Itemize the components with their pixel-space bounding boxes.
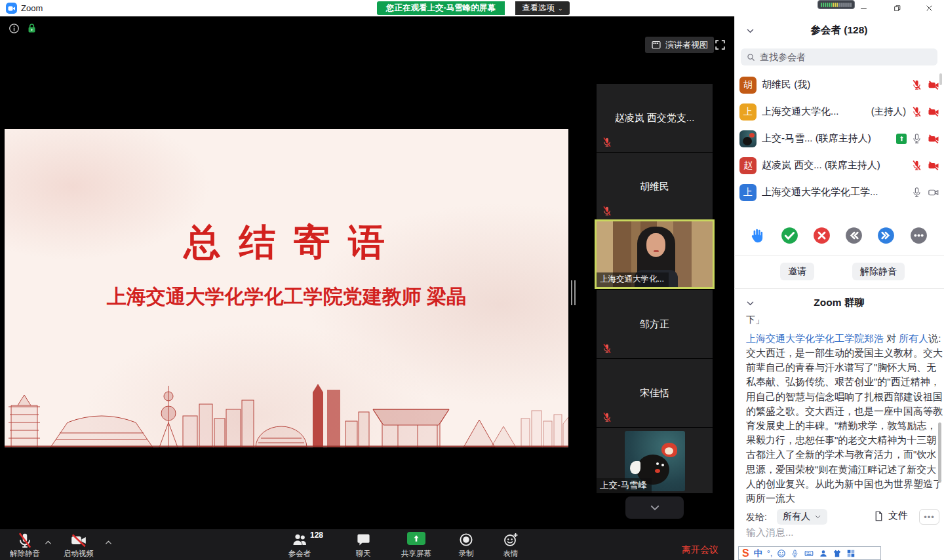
muted-mic-icon[interactable] [911,106,922,117]
video-off-icon[interactable] [927,160,940,172]
file-icon [873,510,884,522]
avatar: 胡 [739,77,757,94]
participant-row[interactable]: 胡 胡维民 (我) [739,71,940,98]
mic-icon[interactable] [911,187,922,198]
speaker-view-button[interactable]: 演讲者视图 [645,37,714,53]
ime-profile-icon[interactable] [819,549,828,558]
chat-message-header: 上海交通大学化学化工学院郑浩 对 所有人说: [746,331,941,346]
participant-name: 宋佳恬 [597,359,713,427]
ime-lang-toggle[interactable]: 中 [754,548,762,559]
fullscreen-icon[interactable] [714,39,726,51]
chat-recipient-link[interactable]: 所有人 [899,333,928,344]
start-video-button[interactable]: 启动视频 [51,529,106,560]
thumbnail-scroll-down-button[interactable] [625,496,684,519]
muted-mic-icon [602,137,612,147]
muted-mic-icon [16,532,33,549]
chat-more-button[interactable]: ••• [919,509,939,525]
video-tile[interactable]: 赵凌岚 西交党支... [597,84,713,152]
go-slower-icon[interactable] [845,227,863,244]
video-off-icon[interactable] [927,106,940,118]
participant-name: 上交-马雪峰 [597,478,652,493]
sogou-logo-icon[interactable]: S [742,548,749,559]
meeting-info-icon[interactable] [9,23,20,34]
ime-toolbox-icon[interactable] [846,549,856,558]
ime-punctuation-toggle[interactable]: °, [767,548,773,558]
video-tile[interactable]: 胡维民 [597,153,713,221]
participant-name: 赵凌岚 西交党支... [597,84,713,152]
raise-hand-icon[interactable] [749,227,766,245]
participant-row[interactable]: 上 上海交通大学化... (主持人) [739,98,940,125]
leave-meeting-button[interactable]: 离开会议 [682,544,718,556]
participants-panel-title: 参会者 (128) [734,24,944,37]
muted-mic-icon [602,206,612,216]
participants-button[interactable]: 128 参会者 [272,529,327,560]
video-on-icon[interactable] [927,187,940,198]
participant-row[interactable]: 上交-马雪... (联席主持人) [739,125,940,152]
avatar: 上 [739,184,757,201]
encryption-lock-icon[interactable] [26,22,37,34]
presentation-slide: 总 结 寄 语 上海交通大学化学化工学院党建教师 梁晶 [5,129,568,447]
participant-name: 邹方正 [597,290,713,358]
share-screen-icon [407,532,425,545]
chat-sender-link[interactable]: 上海交通大学化学化工学院郑浩 [746,333,884,344]
avatar: 上 [739,103,757,121]
no-cross-icon[interactable] [813,227,831,244]
video-options-chevron[interactable] [104,538,113,547]
sogou-ime-bar[interactable]: S 中 °, [738,546,881,560]
muted-mic-icon [602,343,612,354]
shanghai-skyline-art [5,382,568,447]
video-off-icon[interactable] [927,133,940,145]
mic-icon[interactable] [911,133,922,144]
participant-search[interactable] [741,48,937,65]
send-to-label: 发给: [746,512,767,523]
go-faster-icon[interactable] [877,227,895,244]
video-tile[interactable]: 上交-马雪峰 [597,428,713,493]
video-tile[interactable]: 邹方正 [597,290,713,358]
chat-bubble-icon [356,532,371,548]
yes-check-icon[interactable] [781,227,798,244]
avatar: 赵 [739,157,757,174]
search-icon [746,52,756,62]
video-tile[interactable]: 宋佳恬 [597,359,713,427]
host-badge: (主持人) [871,105,906,118]
view-options-button[interactable]: 查看选项⌄ [515,1,570,15]
stage-resize-handle[interactable] [571,280,576,305]
chat-message-input[interactable] [746,527,936,538]
share-screen-button[interactable]: 共享屏幕 [389,529,444,560]
participant-row[interactable]: 赵 赵凌岚 西交... (联席主持人) [739,152,940,179]
ime-voice-icon[interactable] [791,549,799,558]
close-button[interactable] [918,0,940,16]
participants-scrollbar[interactable] [939,73,942,85]
search-input[interactable] [760,52,924,62]
video-off-icon [69,532,88,549]
recipient-selector[interactable]: 所有人 [777,509,827,525]
minimize-button[interactable] [852,0,875,16]
chevron-down-icon [649,502,661,513]
muted-mic-icon [602,412,612,422]
meeting-toolbar: 解除静音 启动视频 128 参会者 聊天 共享屏幕 录制 表情 [0,529,734,560]
participant-row[interactable]: 上 上海交通大学化学化工学... [739,179,940,206]
chat-message-body: 交大西迁，是一部生动的爱国主义教材。交大前辈自己的青春与汗水谱写了"胸怀大局、无… [746,346,943,506]
reactions-button[interactable]: 表情 [483,529,538,560]
participant-name: 胡维民 [597,153,713,221]
active-speaker-tile[interactable]: 上海交通大学化... [595,219,715,289]
screen-sharing-icon [896,134,907,144]
chat-button[interactable]: 聊天 [336,529,391,560]
invite-button[interactable]: 邀请 [780,263,814,280]
unmute-all-button[interactable]: 解除静音 [852,263,905,280]
ime-skin-icon[interactable] [833,549,842,558]
more-reactions-icon[interactable] [910,227,928,244]
ime-keyboard-icon[interactable] [804,549,814,558]
muted-mic-icon[interactable] [911,160,922,171]
file-button[interactable]: 文件 [873,510,908,522]
chevron-down-icon [814,513,821,520]
slide-subtitle: 上海交通大学化学化工学院党建教师 梁晶 [5,284,568,310]
slide-title: 总 结 寄 语 [5,218,568,268]
muted-mic-icon[interactable] [911,79,922,90]
chat-scrollbar[interactable] [938,422,941,483]
avatar [739,130,757,147]
ime-emoji-icon[interactable] [777,549,786,558]
restore-button[interactable] [886,0,908,16]
chat-send-row: 发给: 所有人 文件 ••• [746,509,940,525]
video-off-icon[interactable] [927,79,940,91]
